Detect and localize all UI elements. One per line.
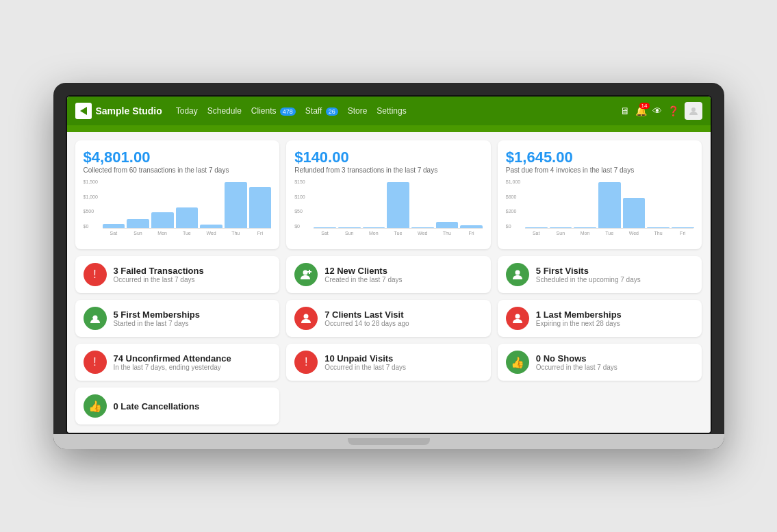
chart3-y-labels: $1,000 $600 $200 $0 bbox=[506, 179, 525, 229]
bar bbox=[598, 182, 621, 228]
chart-collected: $4,801.00 Collected from 60 transactions… bbox=[75, 140, 280, 249]
bar bbox=[460, 225, 483, 228]
nav-settings[interactable]: Settings bbox=[377, 106, 406, 116]
metric-desc: Occurred in the last 7 days bbox=[536, 364, 617, 371]
svg-point-5 bbox=[515, 270, 520, 275]
metric-desc: In the last 7 days, ending yesterday bbox=[114, 364, 231, 371]
bar bbox=[151, 212, 174, 228]
metric-title: 5 First Memberships bbox=[114, 309, 200, 320]
chart-refunded: $140.00 Refunded from 3 transactions in … bbox=[286, 140, 491, 249]
help-icon[interactable]: ❓ bbox=[667, 105, 679, 116]
bar bbox=[363, 227, 385, 228]
bar bbox=[387, 182, 409, 228]
chart3-area: $1,000 $600 $200 $0 bbox=[506, 179, 694, 241]
bell-icon[interactable]: 🔔 14 bbox=[635, 105, 647, 116]
metric-unconfirmed-attendance[interactable]: ! 74 Unconfirmed Attendance In the last … bbox=[75, 344, 280, 381]
metric-first-memberships[interactable]: ★ 5 First Memberships Started in the las… bbox=[75, 300, 280, 337]
nav-links: Today Schedule Clients 478 Staff 26 Stor… bbox=[176, 106, 620, 116]
metric-title: 74 Unconfirmed Attendance bbox=[114, 353, 231, 364]
metric-title: 10 Unpaid Visits bbox=[324, 353, 406, 364]
chart1-bars bbox=[103, 179, 272, 229]
metric-title: 5 First Visits bbox=[536, 266, 641, 276]
svg-point-1 bbox=[691, 107, 696, 112]
laptop-screen: Sample Studio Today Schedule Clients 478… bbox=[66, 95, 712, 434]
svg-point-8 bbox=[304, 314, 309, 319]
metric-no-shows[interactable]: 👍 0 No Shows Occurred in the last 7 days bbox=[498, 344, 702, 381]
thumbsup-icon-2: 👍 bbox=[84, 394, 107, 418]
add-person-icon bbox=[294, 263, 318, 286]
nav-store[interactable]: Store bbox=[348, 106, 368, 116]
nav-title: Sample Studio bbox=[96, 105, 162, 116]
bar bbox=[623, 198, 646, 228]
nav-today[interactable]: Today bbox=[176, 106, 198, 116]
eye-icon[interactable]: 👁 bbox=[652, 105, 662, 116]
metric-unpaid-visits[interactable]: ! 10 Unpaid Visits Occurred in the last … bbox=[286, 344, 491, 381]
metric-failed-transactions[interactable]: ! 3 Failed Transactions Occurred in the … bbox=[75, 256, 280, 293]
chart2-area: $150 $100 $50 $0 bbox=[294, 179, 483, 241]
bar bbox=[225, 182, 247, 228]
chart2-x-labels: Sat Sun Mon Tue Wed Thu Fri bbox=[314, 231, 483, 236]
metric-clients-last-visit[interactable]: 7 Clients Last Visit Occurred 14 to 28 d… bbox=[286, 300, 491, 337]
bar bbox=[525, 227, 548, 228]
bar bbox=[314, 227, 336, 228]
nav-logo[interactable]: Sample Studio bbox=[75, 103, 162, 119]
bar bbox=[103, 224, 125, 228]
metric-title: 0 Late Cancellations bbox=[114, 401, 200, 411]
bar bbox=[200, 225, 222, 228]
bar bbox=[436, 222, 459, 228]
laptop-frame: Sample Studio Today Schedule Clients 478… bbox=[53, 83, 724, 449]
metric-title: 3 Failed Transactions bbox=[114, 266, 204, 276]
alert-person-icon bbox=[294, 307, 318, 330]
chart3-subtitle: Past due from 4 invoices in the last 7 d… bbox=[506, 166, 694, 174]
clients-badge: 478 bbox=[280, 107, 296, 116]
metric-desc: Scheduled in the upcoming 7 days bbox=[536, 276, 641, 283]
bar bbox=[647, 227, 670, 228]
chart2-bars bbox=[314, 179, 483, 229]
metrics-grid: ! 3 Failed Transactions Occurred in the … bbox=[75, 256, 702, 425]
bar bbox=[249, 187, 272, 228]
user-avatar[interactable] bbox=[685, 102, 702, 120]
alert-icon: ! bbox=[84, 263, 107, 286]
bar bbox=[672, 227, 694, 228]
person-icon bbox=[506, 263, 529, 286]
bell-badge: 14 bbox=[639, 103, 650, 109]
svg-text:★: ★ bbox=[92, 315, 97, 321]
metric-first-visits[interactable]: 5 First Visits Scheduled in the upcoming… bbox=[498, 256, 702, 293]
metric-late-cancellations[interactable]: 👍 0 Late Cancellations bbox=[75, 388, 280, 425]
laptop-notch bbox=[348, 438, 430, 445]
bar bbox=[127, 219, 149, 228]
staff-badge: 26 bbox=[326, 107, 338, 116]
metric-title: 7 Clients Last Visit bbox=[324, 309, 409, 320]
green-bar bbox=[67, 125, 711, 132]
nav-staff[interactable]: Staff 26 bbox=[305, 106, 338, 116]
svg-point-2 bbox=[303, 270, 308, 275]
chart-pastdue: $1,645.00 Past due from 4 invoices in th… bbox=[498, 140, 702, 249]
metric-desc: Occurred 14 to 28 days ago bbox=[324, 320, 409, 327]
metric-desc: Started in the last 7 days bbox=[114, 320, 200, 327]
charts-row: $4,801.00 Collected from 60 transactions… bbox=[75, 140, 702, 249]
chart3-x-labels: Sat Sun Mon Tue Wed Thu Fri bbox=[525, 231, 694, 236]
alert-icon-3: ! bbox=[294, 351, 318, 374]
thumbsup-icon: 👍 bbox=[506, 351, 529, 374]
bar bbox=[411, 227, 434, 228]
metric-last-memberships[interactable]: 1 Last Memberships Expiring in the next … bbox=[498, 300, 702, 337]
monitor-icon[interactable]: 🖥 bbox=[620, 105, 630, 116]
nav-schedule[interactable]: Schedule bbox=[207, 106, 242, 116]
metric-title: 0 No Shows bbox=[536, 353, 617, 364]
metric-desc: Occurred in the last 7 days bbox=[324, 364, 406, 371]
metric-desc: Occurred in the last 7 days bbox=[114, 276, 204, 283]
bar bbox=[338, 227, 361, 228]
svg-point-9 bbox=[515, 314, 520, 319]
chart2-amount: $140.00 bbox=[294, 149, 483, 166]
svg-marker-0 bbox=[80, 107, 87, 115]
nav-clients[interactable]: Clients 478 bbox=[251, 106, 296, 116]
chart3-bars bbox=[525, 179, 694, 229]
nav-actions: 🖥 🔔 14 👁 ❓ bbox=[620, 102, 702, 120]
chart1-x-labels: Sat Sun Mon Tue Wed Thu Fri bbox=[103, 231, 272, 236]
metric-new-clients[interactable]: 12 New Clients Created in the last 7 day… bbox=[286, 256, 491, 293]
metric-desc: Created in the last 7 days bbox=[324, 276, 402, 283]
main-content: $4,801.00 Collected from 60 transactions… bbox=[67, 132, 711, 433]
metric-desc: Expiring in the next 28 days bbox=[536, 320, 622, 327]
chart2-y-labels: $150 $100 $50 $0 bbox=[294, 179, 314, 229]
navbar: Sample Studio Today Schedule Clients 478… bbox=[67, 97, 711, 125]
